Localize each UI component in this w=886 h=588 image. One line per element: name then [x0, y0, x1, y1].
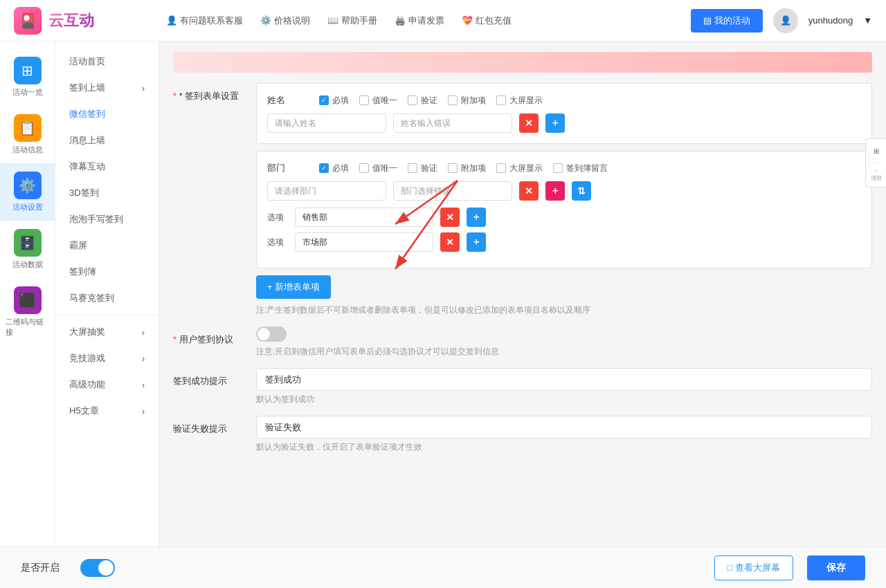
view-screen-button[interactable]: □ 查看大屏幕 [714, 555, 793, 580]
dept-required-checkbox[interactable]: ✓ 必填 [319, 163, 349, 174]
dept-delete-button[interactable]: ✕ [519, 181, 539, 201]
name-verify-checkbox[interactable]: 验证 [408, 95, 437, 107]
name-field-body: ✕ ＋ [267, 113, 861, 133]
sub-sidebar-advanced[interactable]: 高级功能 › [55, 371, 159, 398]
name-add-button[interactable]: ＋ [545, 113, 565, 133]
dept-unique-icon [359, 163, 369, 173]
layout: ⊞ 活动一览 📋 活动信息 ⚙️ 活动设置 🗄️ 活动数据 ⬛ 二维码与链接 活… [0, 42, 886, 588]
sub-sidebar-wechat-signin[interactable]: 微信签到 [55, 101, 159, 127]
dept-extra-checkbox[interactable]: 附加项 [448, 163, 486, 174]
form-note: 注:产生签到数据后不可新增或者删除表单项，但是可以修改已添加的表单项目名称以及顺… [256, 304, 872, 316]
user-agreement-section: * 用户签到协议 注意:开启则微信用户填写表单后必须勾选协议才可以提交签到信息 [173, 327, 872, 358]
sub-sidebar-霸屏[interactable]: 霸屏 [55, 232, 159, 259]
icon-sidebar: ⊞ 活动一览 📋 活动信息 ⚙️ 活动设置 🗄️ 活动数据 ⬛ 二维码与链接 [0, 42, 55, 588]
sub-sidebar-popup-interact[interactable]: 弹幕互动 [55, 154, 159, 180]
qrcode-icon: ⬛ [14, 286, 42, 314]
sub-sidebar-h5[interactable]: H5文章 › [55, 398, 159, 424]
dept-required-icon: ✓ [319, 163, 329, 173]
sub-sidebar-bubble-signin[interactable]: 泡泡手写签到 [55, 206, 159, 232]
sub-sidebar-marathon-signin[interactable]: 马赛克签到 [55, 285, 159, 311]
nav-invoice[interactable]: 🖨️ 申请发票 [395, 15, 444, 27]
right-expand-icon[interactable]: ⊞ [868, 143, 885, 159]
signin-success-section: 签到成功提示 默认为签到成功 [173, 368, 872, 405]
chevron-icon: › [142, 83, 145, 93]
name-delete-button[interactable]: ✕ [519, 113, 539, 133]
option-row-1: 选项 ✕ ＋ [267, 208, 861, 227]
dept-placeholder-input[interactable] [267, 181, 386, 201]
activity-info-icon: 📋 [14, 114, 42, 142]
activity-data-icon: 🗄️ [14, 229, 42, 257]
verify-fail-content: 默认为验证失败，仅开启了表单验证项才生效 [256, 416, 872, 453]
user-agreement-label: * 用户签到协议 [173, 327, 256, 346]
user-agreement-note: 注意:开启则微信用户填写表单后必须勾选协议才可以提交签到信息 [256, 346, 872, 358]
verify-fail-label: 验证失败提示 [173, 416, 256, 435]
bottom-bar: 是否开启 □ 查看大屏幕 保存 [0, 546, 886, 588]
dept-add-option-button[interactable]: ＋ [545, 181, 565, 201]
name-bigscreen-checkbox[interactable]: 大屏显示 [496, 95, 543, 107]
name-extra-checkbox[interactable]: 附加项 [448, 95, 486, 107]
extra-check-icon [448, 95, 458, 105]
toggle-knob [257, 328, 270, 340]
option-delete-1[interactable]: ✕ [440, 208, 460, 227]
nav-pricing[interactable]: ⚙️ 价格说明 [260, 15, 310, 27]
option-label-2: 选项 [267, 237, 288, 248]
user-agreement-toggle[interactable] [256, 327, 287, 342]
save-button[interactable]: 保存 [807, 555, 865, 580]
dept-signin-note-icon [553, 163, 563, 173]
name-required-checkbox[interactable]: ✓ 必填 [319, 95, 349, 107]
verify-fail-input[interactable] [256, 416, 872, 439]
dept-error-input[interactable] [393, 181, 512, 201]
sub-sidebar-big-screen-lottery[interactable]: 大屏抽奖 › [55, 319, 159, 345]
nav-recharge[interactable]: 💝 红包充值 [462, 15, 512, 27]
form-settings-section: * * 签到表单设置 姓名 ✓ 必填 值唯一 [173, 83, 872, 316]
sub-sidebar-activity-home[interactable]: 活动首页 [55, 48, 159, 75]
option-add-2[interactable]: ＋ [467, 232, 486, 252]
sidebar-divider [55, 315, 159, 315]
sidebar-item-qrcode[interactable]: ⬛ 二维码与链接 [0, 278, 55, 346]
verify-fail-note: 默认为验证失败，仅开启了表单验证项才生效 [256, 441, 872, 453]
name-placeholder-input[interactable] [267, 113, 386, 133]
dept-unique-checkbox[interactable]: 值唯一 [359, 163, 397, 174]
signin-success-label: 签到成功提示 [173, 368, 256, 387]
dept-signin-note-checkbox[interactable]: 签到簿留言 [553, 163, 608, 174]
nav-customer-service[interactable]: 👤 有问题联系客服 [166, 15, 243, 27]
enable-toggle-knob [98, 560, 114, 576]
name-field-label: 姓名 [267, 94, 309, 107]
username[interactable]: yunhudong [808, 15, 853, 26]
option-add-1[interactable]: ＋ [467, 208, 486, 227]
sub-sidebar-sign-up-wall[interactable]: 签到上墙 › [55, 75, 159, 101]
option-input-1[interactable] [295, 208, 433, 227]
user-agreement-content: 注意:开启则微信用户填写表单后必须勾选协议才可以提交签到信息 [256, 327, 872, 358]
sidebar-item-activity-info[interactable]: 📋 活动信息 [0, 106, 55, 163]
signin-success-default: 默认为签到成功 [256, 394, 872, 405]
dept-bigscreen-checkbox[interactable]: 大屏显示 [496, 163, 543, 174]
enable-toggle[interactable] [80, 559, 115, 577]
sub-sidebar-signin-book[interactable]: 签到簿 [55, 259, 159, 285]
enable-label: 是否开启 [21, 562, 60, 574]
dept-verify-checkbox[interactable]: 验证 [408, 163, 437, 174]
sidebar-item-activity-list[interactable]: ⊞ 活动一览 [0, 48, 55, 106]
logo: 🎴 云互动 [14, 7, 166, 35]
sub-sidebar-game[interactable]: 竞技游戏 › [55, 345, 159, 371]
my-activity-button[interactable]: ▤ 我的活动 [691, 9, 763, 33]
nav-help[interactable]: 📖 帮助手册 [327, 15, 377, 27]
chevron-icon-h5: › [142, 406, 145, 416]
dept-verify-icon [408, 163, 417, 173]
option-delete-2[interactable]: ✕ [440, 232, 460, 252]
name-unique-checkbox[interactable]: 值唯一 [359, 95, 397, 107]
sidebar-item-activity-data[interactable]: 🗄️ 活动数据 [0, 221, 55, 278]
dept-extra-icon [448, 163, 458, 173]
option-label-1: 选项 [267, 212, 288, 223]
avatar: 👤 [773, 8, 798, 33]
signin-success-input[interactable] [256, 368, 872, 391]
right-mini-divider [869, 163, 883, 163]
dept-move-button[interactable]: ⇅ [572, 181, 591, 201]
sub-sidebar-message-wall[interactable]: 消息上墙 [55, 127, 159, 154]
name-error-input[interactable] [393, 113, 512, 133]
option-input-2[interactable] [295, 232, 433, 252]
add-field-button[interactable]: + 新增表单项 [256, 275, 331, 299]
sidebar-item-activity-settings[interactable]: ⚙️ 活动设置 [0, 163, 55, 221]
verify-fail-section: 验证失败提示 默认为验证失败，仅开启了表单验证项才生效 [173, 416, 872, 453]
sub-sidebar-3d-signin[interactable]: 3D签到 [55, 180, 159, 206]
right-top-icon[interactable]: ↑顶部 [868, 167, 885, 183]
